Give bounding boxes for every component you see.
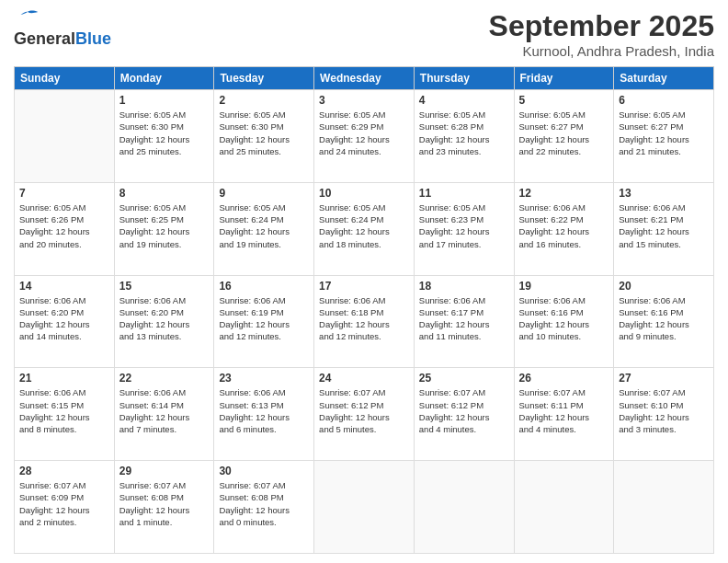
- day-number: 14: [19, 280, 109, 293]
- day-info: Sunrise: 6:07 AM Sunset: 6:12 PM Dayligh…: [319, 386, 409, 435]
- calendar-header-thursday: Thursday: [414, 67, 514, 90]
- day-info: Sunrise: 6:05 AM Sunset: 6:30 PM Dayligh…: [119, 109, 210, 157]
- day-info: Sunrise: 6:05 AM Sunset: 6:30 PM Dayligh…: [219, 109, 309, 157]
- day-number: 16: [219, 280, 309, 293]
- logo-bird-icon: [14, 9, 41, 26]
- day-number: 5: [519, 94, 609, 107]
- day-number: 3: [319, 94, 409, 107]
- calendar-cell: 19Sunrise: 6:06 AM Sunset: 6:16 PM Dayli…: [514, 275, 614, 368]
- day-info: Sunrise: 6:06 AM Sunset: 6:16 PM Dayligh…: [519, 294, 609, 343]
- day-number: 4: [419, 94, 509, 107]
- calendar-header-sunday: Sunday: [15, 67, 115, 90]
- logo-general: General: [14, 29, 75, 49]
- day-info: Sunrise: 6:05 AM Sunset: 6:28 PM Dayligh…: [419, 109, 509, 157]
- calendar-cell: 23Sunrise: 6:06 AM Sunset: 6:13 PM Dayli…: [214, 368, 314, 461]
- calendar-cell: 6Sunrise: 6:05 AM Sunset: 6:27 PM Daylig…: [614, 90, 714, 183]
- day-number: 26: [519, 372, 609, 385]
- calendar-cell: 30Sunrise: 6:07 AM Sunset: 6:08 PM Dayli…: [214, 461, 314, 554]
- day-info: Sunrise: 6:06 AM Sunset: 6:21 PM Dayligh…: [619, 201, 709, 250]
- day-number: 19: [519, 280, 609, 293]
- calendar-cell: [15, 90, 115, 183]
- day-info: Sunrise: 6:06 AM Sunset: 6:18 PM Dayligh…: [319, 294, 409, 343]
- logo: General Blue: [14, 9, 111, 49]
- day-number: 23: [219, 372, 309, 385]
- day-info: Sunrise: 6:06 AM Sunset: 6:20 PM Dayligh…: [19, 294, 109, 343]
- day-number: 9: [219, 187, 309, 200]
- calendar-cell: 14Sunrise: 6:06 AM Sunset: 6:20 PM Dayli…: [15, 275, 115, 368]
- calendar-cell: 9Sunrise: 6:05 AM Sunset: 6:24 PM Daylig…: [214, 182, 314, 275]
- day-number: 27: [619, 372, 709, 385]
- day-info: Sunrise: 6:05 AM Sunset: 6:27 PM Dayligh…: [519, 109, 609, 157]
- calendar-cell: 25Sunrise: 6:07 AM Sunset: 6:12 PM Dayli…: [414, 368, 514, 461]
- calendar-cell: 1Sunrise: 6:05 AM Sunset: 6:30 PM Daylig…: [114, 90, 214, 183]
- calendar-week-4: 21Sunrise: 6:06 AM Sunset: 6:15 PM Dayli…: [15, 368, 714, 461]
- day-info: Sunrise: 6:05 AM Sunset: 6:27 PM Dayligh…: [619, 109, 709, 157]
- day-number: 22: [119, 372, 210, 385]
- calendar-cell: 7Sunrise: 6:05 AM Sunset: 6:26 PM Daylig…: [15, 182, 115, 275]
- calendar-cell: 21Sunrise: 6:06 AM Sunset: 6:15 PM Dayli…: [15, 368, 115, 461]
- day-info: Sunrise: 6:06 AM Sunset: 6:16 PM Dayligh…: [619, 294, 709, 343]
- day-number: 8: [119, 187, 210, 200]
- day-info: Sunrise: 6:07 AM Sunset: 6:09 PM Dayligh…: [19, 479, 109, 528]
- day-number: 2: [219, 94, 309, 107]
- day-number: 20: [619, 280, 709, 293]
- calendar-cell: 12Sunrise: 6:06 AM Sunset: 6:22 PM Dayli…: [514, 182, 614, 275]
- day-number: 21: [19, 372, 109, 385]
- day-number: 13: [619, 187, 709, 200]
- day-number: 1: [119, 94, 210, 107]
- calendar-cell: 28Sunrise: 6:07 AM Sunset: 6:09 PM Dayli…: [15, 461, 115, 554]
- day-number: 15: [119, 280, 210, 293]
- calendar-header-row: SundayMondayTuesdayWednesdayThursdayFrid…: [15, 67, 714, 90]
- day-number: 7: [19, 187, 109, 200]
- day-number: 11: [419, 187, 509, 200]
- day-info: Sunrise: 6:05 AM Sunset: 6:26 PM Dayligh…: [19, 201, 109, 250]
- main-title: September 2025: [489, 9, 714, 43]
- calendar-cell: 15Sunrise: 6:06 AM Sunset: 6:20 PM Dayli…: [114, 275, 214, 368]
- calendar-cell: 27Sunrise: 6:07 AM Sunset: 6:10 PM Dayli…: [614, 368, 714, 461]
- day-number: 10: [319, 187, 409, 200]
- calendar-table: SundayMondayTuesdayWednesdayThursdayFrid…: [14, 66, 714, 554]
- day-number: 28: [19, 465, 109, 477]
- day-number: 29: [119, 465, 210, 477]
- calendar-cell: [614, 461, 714, 554]
- calendar-cell: 11Sunrise: 6:05 AM Sunset: 6:23 PM Dayli…: [414, 182, 514, 275]
- day-number: 18: [419, 280, 509, 293]
- calendar-week-2: 7Sunrise: 6:05 AM Sunset: 6:26 PM Daylig…: [15, 182, 714, 275]
- day-info: Sunrise: 6:05 AM Sunset: 6:23 PM Dayligh…: [419, 201, 509, 250]
- page: General Blue September 2025 Kurnool, And…: [0, 0, 728, 563]
- calendar-cell: 26Sunrise: 6:07 AM Sunset: 6:11 PM Dayli…: [514, 368, 614, 461]
- day-info: Sunrise: 6:05 AM Sunset: 6:29 PM Dayligh…: [319, 109, 409, 157]
- calendar-cell: 2Sunrise: 6:05 AM Sunset: 6:30 PM Daylig…: [214, 90, 314, 183]
- calendar-cell: 18Sunrise: 6:06 AM Sunset: 6:17 PM Dayli…: [414, 275, 514, 368]
- calendar-header-friday: Friday: [514, 67, 614, 90]
- calendar-week-3: 14Sunrise: 6:06 AM Sunset: 6:20 PM Dayli…: [15, 275, 714, 368]
- calendar-cell: 3Sunrise: 6:05 AM Sunset: 6:29 PM Daylig…: [314, 90, 415, 183]
- day-info: Sunrise: 6:07 AM Sunset: 6:08 PM Dayligh…: [219, 479, 309, 528]
- calendar-header-monday: Monday: [114, 67, 214, 90]
- subtitle: Kurnool, Andhra Pradesh, India: [489, 43, 714, 59]
- calendar-cell: 16Sunrise: 6:06 AM Sunset: 6:19 PM Dayli…: [214, 275, 314, 368]
- calendar-cell: [514, 461, 614, 554]
- header: General Blue September 2025 Kurnool, And…: [14, 9, 714, 59]
- day-info: Sunrise: 6:06 AM Sunset: 6:15 PM Dayligh…: [19, 386, 109, 435]
- day-number: 12: [519, 187, 609, 200]
- day-info: Sunrise: 6:06 AM Sunset: 6:17 PM Dayligh…: [419, 294, 509, 343]
- calendar-cell: 22Sunrise: 6:06 AM Sunset: 6:14 PM Dayli…: [114, 368, 214, 461]
- calendar-header-wednesday: Wednesday: [314, 67, 415, 90]
- calendar-header-tuesday: Tuesday: [214, 67, 314, 90]
- day-info: Sunrise: 6:05 AM Sunset: 6:24 PM Dayligh…: [219, 201, 309, 250]
- day-info: Sunrise: 6:05 AM Sunset: 6:25 PM Dayligh…: [119, 201, 210, 250]
- title-block: September 2025 Kurnool, Andhra Pradesh, …: [489, 9, 714, 59]
- day-info: Sunrise: 6:05 AM Sunset: 6:24 PM Dayligh…: [319, 201, 409, 250]
- day-info: Sunrise: 6:06 AM Sunset: 6:14 PM Dayligh…: [119, 386, 210, 435]
- day-info: Sunrise: 6:07 AM Sunset: 6:10 PM Dayligh…: [619, 386, 709, 435]
- calendar-cell: 4Sunrise: 6:05 AM Sunset: 6:28 PM Daylig…: [414, 90, 514, 183]
- day-number: 30: [219, 465, 309, 477]
- day-info: Sunrise: 6:07 AM Sunset: 6:12 PM Dayligh…: [419, 386, 509, 435]
- day-number: 24: [319, 372, 409, 385]
- calendar-cell: 8Sunrise: 6:05 AM Sunset: 6:25 PM Daylig…: [114, 182, 214, 275]
- day-info: Sunrise: 6:06 AM Sunset: 6:13 PM Dayligh…: [219, 386, 309, 435]
- day-info: Sunrise: 6:06 AM Sunset: 6:22 PM Dayligh…: [519, 201, 609, 250]
- calendar-cell: 17Sunrise: 6:06 AM Sunset: 6:18 PM Dayli…: [314, 275, 415, 368]
- calendar-header-saturday: Saturday: [614, 67, 714, 90]
